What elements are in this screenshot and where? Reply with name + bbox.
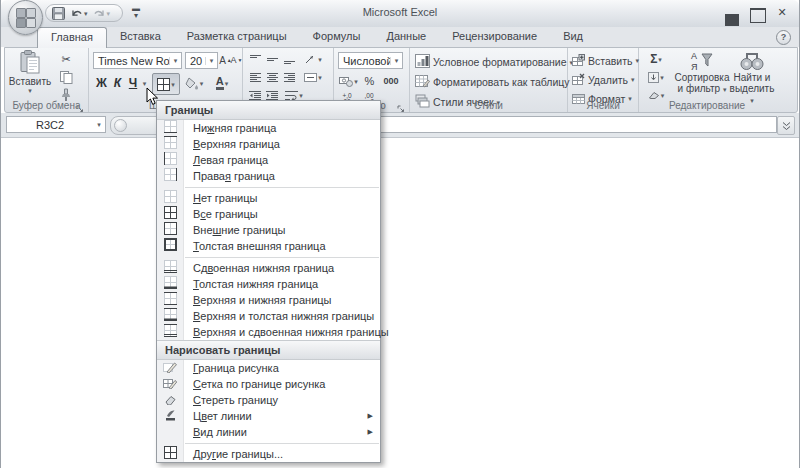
menu-item-7[interactable]: Все границы [157,206,380,222]
group-label-cells: Ячейки [568,100,638,111]
font-size-dropdown-arrow: ▾ [205,57,217,65]
cut-button[interactable]: ✂ [55,51,77,67]
ribbon-tab-5[interactable]: Данные [373,27,439,47]
currency-icon [339,76,353,87]
styles-button-2[interactable]: Форматировать как таблицу▾ [415,73,576,91]
menu-item-19[interactable]: Стереть границу [157,392,380,408]
menu-item-8[interactable]: Внешние границы [157,222,380,238]
align-center-button[interactable] [264,69,280,86]
comma-style-button[interactable]: 000 [379,73,403,89]
find-select-button[interactable]: Найти ивыделить ▾ [731,50,773,105]
bold-button[interactable]: Ж [94,74,109,92]
ribbon-tab-6[interactable]: Рецензирование [439,27,550,47]
submenu-arrow-icon: ▶ [368,412,373,420]
arrow-cursor-icon [146,87,159,106]
dialog-launcher-clipboard[interactable] [76,100,86,110]
align-middle-button[interactable] [264,51,280,68]
expand-formula-bar-button[interactable] [777,116,795,135]
insert-cells-icon [572,54,585,68]
border-right-icon [164,167,177,185]
styles-button-1[interactable]: Условное форматирование▾ [415,53,573,71]
font-size-combo[interactable]: 20 ▾ [185,52,218,69]
ribbon-tab-7[interactable]: Вид [550,27,596,47]
ribbon-tab-1[interactable]: Главная [37,27,107,48]
svg-text:Я: Я [691,62,698,72]
menu-item-14[interactable]: Верхняя и толстая нижняя границы [157,308,380,324]
menu-item-23[interactable]: Другие границы... [157,446,380,462]
group-clipboard: Вставить ▾ ✂ Буфер обмена [5,48,89,112]
menu-item-3[interactable]: Левая граница [157,152,380,168]
orientation-button[interactable]: ▾ [301,51,325,68]
menu-header-borders: Границы [157,101,380,120]
menu-item-15[interactable]: Верхняя и сдвоенная нижняя границы [157,324,380,340]
clear-eraser-icon [648,90,660,100]
ribbon-tab-row: ГлавнаяВставкаРазметка страницыФормулыДа… [1,27,799,47]
align-right-button[interactable] [281,69,297,86]
percent-style-button[interactable]: % [362,73,377,89]
underline-button[interactable]: Ч [126,74,140,92]
menu-item-18[interactable]: Сетка по границе рисунка [157,376,380,392]
menu-item-17[interactable]: Граница рисунка [157,360,380,376]
border-top-double-bottom-icon [164,323,177,341]
paste-button[interactable]: Вставить ▾ [9,50,51,94]
minimize-button[interactable] [725,6,739,18]
font-name-value: Times New Rom [94,55,169,67]
close-button[interactable]: ✕ [775,6,789,18]
ribbon-tab-2[interactable]: Вставка [107,27,174,47]
ribbon: Вставить ▾ ✂ Буфер обмена Times New Rom … [4,47,798,113]
maximize-button[interactable] [750,6,764,18]
menu-item-20[interactable]: Цвет линии▶ [157,408,380,424]
cf-icon [415,54,430,70]
sort-filter-icon: А Я [690,50,714,72]
align-left-button[interactable] [247,69,263,86]
fill-color-button[interactable]: ▾ [181,74,207,92]
paste-label: Вставить [9,76,51,87]
menu-item-21[interactable]: Вид линии▶ [157,424,380,440]
name-box-dropdown-arrow[interactable]: ▾ [93,121,105,129]
number-format-combo[interactable]: Числовой ▾ [338,52,403,69]
excel-window: ▾ ▾ ▬▾ Microsoft Excel ✕ ГлавнаяВставкаР… [0,0,800,468]
italic-button[interactable]: К [110,74,125,92]
menu-separator [157,254,380,260]
menu-item-2[interactable]: Верхняя граница [157,136,380,152]
maximize-icon [750,8,766,23]
menu-item-4[interactable]: Правая граница [157,168,380,184]
font-size-value: 20 [186,55,205,67]
accounting-format-button[interactable]: ▾ [337,73,360,89]
decrease-font-size-button[interactable]: А▼ [231,52,242,68]
all-borders-icon [157,78,170,91]
increase-font-size-button[interactable]: А▲ [220,52,231,68]
font-name-combo[interactable]: Times New Rom ▾ [93,52,182,69]
office-button[interactable] [8,0,43,35]
dialog-launcher-number[interactable] [397,100,407,110]
menu-item-9[interactable]: Толстая внешняя граница [157,238,380,254]
menu-item-11[interactable]: Сдвоенная нижняя граница [157,260,380,276]
cells-button-2[interactable]: Удалить▾ [572,71,635,88]
sigma-icon: Σ [650,52,657,66]
font-color-button[interactable]: А ▾ [209,74,235,92]
fill-color-icon [185,77,199,90]
ribbon-tab-3[interactable]: Разметка страницы [174,27,300,47]
help-button[interactable]: ? [776,30,791,45]
menu-item-1[interactable]: Нижняя граница [157,120,380,136]
menu-item-12[interactable]: Толстая нижняя граница [157,276,380,292]
align-top-button[interactable] [247,51,263,68]
menu-separator [157,184,380,190]
menu-separator [157,440,380,446]
menu-item-6[interactable]: Нет границы [157,190,380,206]
blank-icon [164,423,177,441]
sort-filter-button[interactable]: А Я Сортировкаи фильтр ▾ [675,50,729,94]
ribbon-tab-4[interactable]: Формулы [300,27,374,47]
submenu-arrow-icon: ▶ [368,428,373,436]
align-bottom-button[interactable] [281,51,297,68]
name-box[interactable]: R3C2 ▾ [6,116,106,133]
menu-item-13[interactable]: Верхняя и нижняя границы [157,292,380,308]
merge-center-button[interactable]: ▾ [301,69,325,86]
cells-button-1[interactable]: Вставить▾ [572,52,639,69]
fill-button[interactable]: ▾ [643,69,669,85]
fat-icon [415,74,430,90]
paste-dropdown-arrow: ▾ [28,87,32,94]
autosum-button[interactable]: Σ▾ [643,51,669,67]
copy-button[interactable] [55,69,77,85]
worksheet-area[interactable] [1,138,799,468]
